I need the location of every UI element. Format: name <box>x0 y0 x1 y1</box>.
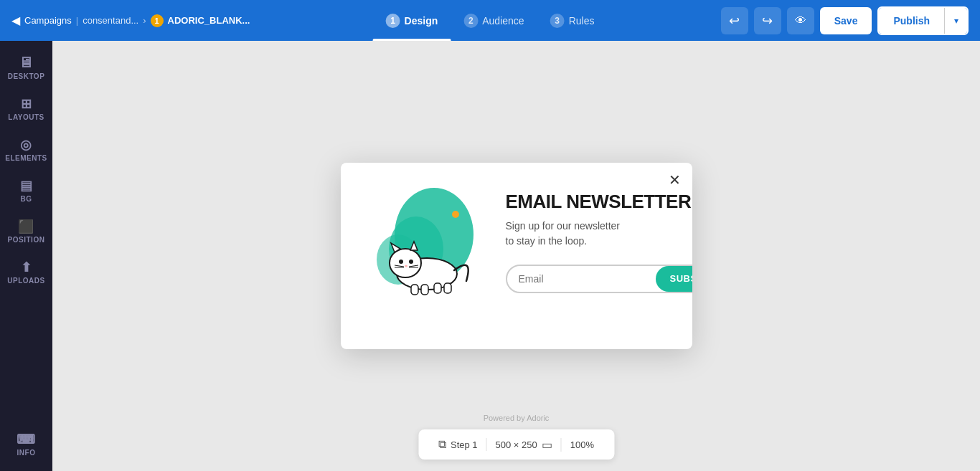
zoom-item: 100% <box>562 439 603 450</box>
main-layout: 🖥 DESKTOP ⊞ LAYOUTS ◎ ELEMENTS ▤ BG ⬛ PO… <box>0 41 980 471</box>
preview-button[interactable]: 👁 <box>787 7 814 34</box>
subscribe-button[interactable]: SUBSCRIBE <box>656 266 692 292</box>
sidebar-item-bg[interactable]: ▤ BG <box>0 172 52 210</box>
svg-point-3 <box>452 211 459 218</box>
popup-subtitle: Sign up for our newsletterto stay in the… <box>506 219 692 249</box>
info-icon: ⌨ <box>17 433 36 446</box>
step2-label: Audience <box>482 15 524 27</box>
uploads-icon: ⬆ <box>21 261 32 274</box>
desktop-icon: 🖥 <box>19 55 34 70</box>
bottom-bar: ⧉ Step 1 500 × 250 ▭ 100% <box>418 429 614 460</box>
step3-num: 3 <box>550 14 565 28</box>
dimensions-item: 500 × 250 ▭ <box>487 438 562 452</box>
sidebar-label-layouts: LAYOUTS <box>8 113 44 121</box>
popup-illustration <box>362 184 491 295</box>
redo-button[interactable]: ↪ <box>754 7 781 34</box>
save-button[interactable]: Save <box>820 7 872 34</box>
campaigns-link[interactable]: Campaigns <box>24 15 72 26</box>
publish-button[interactable]: Publish <box>879 8 944 34</box>
bg-icon: ▤ <box>20 179 33 192</box>
step-item: ⧉ Step 1 <box>430 438 487 451</box>
dimensions-value: 500 × 250 <box>496 439 537 450</box>
popup-form: SUBSCRIBE <box>506 265 692 293</box>
elements-icon: ◎ <box>20 138 32 151</box>
sidebar: 🖥 DESKTOP ⊞ LAYOUTS ◎ ELEMENTS ▤ BG ⬛ PO… <box>0 41 52 471</box>
popup-modal: ✕ <box>341 163 692 349</box>
sidebar-item-elements[interactable]: ◎ ELEMENTS <box>0 131 52 169</box>
step2-num: 2 <box>463 14 478 28</box>
svg-rect-17 <box>434 283 441 293</box>
position-icon: ⬛ <box>18 220 34 233</box>
step1-num: 1 <box>386 14 400 28</box>
top-navigation: ◀ Campaigns | consentand... › 1 ADORIC_B… <box>0 0 980 41</box>
sidebar-item-position[interactable]: ⬛ POSITION <box>0 213 52 251</box>
sidebar-label-position: POSITION <box>8 236 45 244</box>
sidebar-item-desktop[interactable]: 🖥 DESKTOP <box>0 48 52 87</box>
sidebar-label-elements: ELEMENTS <box>5 154 47 162</box>
svg-rect-18 <box>444 283 451 293</box>
popup-inner: EMAIL NEWSLETTER Sign up for our newslet… <box>362 184 667 295</box>
step-icon: ⧉ <box>438 438 446 451</box>
domain-label: consentand... <box>83 15 138 26</box>
email-input[interactable] <box>507 266 656 292</box>
screen-icon: ▭ <box>542 438 552 452</box>
step-label: Step 1 <box>451 439 478 450</box>
sidebar-label-info: INFO <box>17 449 36 457</box>
svg-rect-15 <box>411 285 418 295</box>
powered-by: Powered by Adoric <box>484 414 550 422</box>
sidebar-item-info[interactable]: ⌨ INFO <box>0 426 52 464</box>
campaign-name: ADORIC_BLANK... <box>168 15 250 26</box>
svg-point-8 <box>399 260 403 264</box>
popup-close-button[interactable]: ✕ <box>669 173 681 187</box>
sidebar-label-bg: BG <box>21 195 32 203</box>
undo-button[interactable]: ↩ <box>721 7 748 34</box>
step-rules[interactable]: 3 Rules <box>537 0 608 41</box>
breadcrumb: ◀ Campaigns | consentand... › 1 ADORIC_B… <box>11 14 250 27</box>
svg-point-9 <box>409 260 413 264</box>
publish-dropdown-button[interactable]: ▾ <box>944 8 967 34</box>
popup-title: EMAIL NEWSLETTER <box>506 191 692 213</box>
sidebar-label-desktop: DESKTOP <box>8 72 45 80</box>
step3-label: Rules <box>569 15 595 27</box>
breadcrumb-arrow: › <box>143 15 146 26</box>
sidebar-label-uploads: UPLOADS <box>7 277 44 285</box>
sidebar-item-uploads[interactable]: ⬆ UPLOADS <box>0 254 52 292</box>
sidebar-item-layouts[interactable]: ⊞ LAYOUTS <box>0 90 52 128</box>
nav-actions: ↩ ↪ 👁 Save Publish ▾ <box>721 6 969 35</box>
badge-orange: 1 <box>151 14 164 27</box>
svg-point-10 <box>405 265 407 267</box>
step1-label: Design <box>405 15 438 27</box>
step-audience[interactable]: 2 Audience <box>451 0 537 41</box>
canvas: ✕ <box>52 41 980 471</box>
step-design[interactable]: 1 Design <box>373 0 451 41</box>
zoom-value: 100% <box>570 439 594 450</box>
popup-content: EMAIL NEWSLETTER Sign up for our newslet… <box>506 184 692 293</box>
publish-group: Publish ▾ <box>877 6 969 35</box>
layouts-icon: ⊞ <box>21 97 32 110</box>
breadcrumb-sep1: | <box>76 15 78 26</box>
back-icon[interactable]: ◀ <box>11 14 20 27</box>
step-navigation: 1 Design 2 Audience 3 Rules <box>373 0 608 41</box>
svg-rect-16 <box>421 285 428 295</box>
